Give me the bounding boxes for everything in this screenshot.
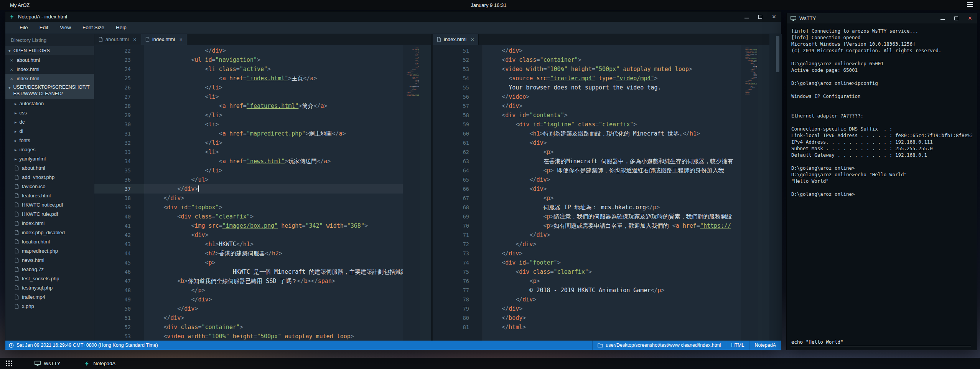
line-number: 29 [94,111,144,120]
folder-css[interactable]: css [5,108,94,117]
file-location.html[interactable]: location.html [5,237,94,246]
terminal-input[interactable] [791,338,971,346]
line-number: 52 [433,55,482,65]
open-editor-index.html[interactable]: index.html [5,65,94,74]
close-editor-icon[interactable] [10,66,16,72]
chevron-right-icon [15,119,20,125]
minimize-button[interactable] [936,13,949,23]
start-menu-button[interactable] [0,358,18,369]
code-area[interactable]: </div> <ul id="navigation"> <li class="a… [144,45,403,341]
menu-item-edit[interactable]: Edit [34,22,54,33]
line-number: 30 [94,120,144,129]
terminal-line [791,86,972,93]
menu-item-help[interactable]: Help [110,22,132,33]
file-HKWTC notice.pdf[interactable]: HKWTC notice.pdf [5,200,94,209]
folder-yamlyamlml[interactable]: yamlyamlml [5,154,94,163]
code-line: </div> [144,184,403,194]
menu-item-font-size[interactable]: Font Size [77,22,110,33]
notepada-titlebar[interactable]: NotepadA - index.html [5,12,781,22]
terminal-line [791,99,972,106]
maximize-button[interactable] [753,12,767,22]
file-add_vhost.php[interactable]: add_vhost.php [5,172,94,182]
code-area[interactable]: </div> <div class="container"> <video wi… [483,45,741,341]
code-editor-right[interactable]: 5152535455565758596061626364656667686970… [433,45,769,341]
folder-icon [598,343,603,347]
code-line: </div> [483,295,741,304]
code-line: <h2>香港的建築伺服器</h2> [144,249,403,258]
file-mapredirect.php[interactable]: mapredirect.php [5,246,94,255]
editor-scrollbar[interactable] [769,34,782,341]
open-editor-index.html[interactable]: index.html [5,74,94,83]
system-topbar: My ArOZ January 9 16:31 [0,0,980,10]
file-news.html[interactable]: news.html [5,255,94,265]
tab-close-icon[interactable] [133,36,137,42]
file-icon [15,212,19,217]
tab-index.html[interactable]: index.html [433,34,479,45]
code-line: <div id="contents"> [483,111,741,120]
open-editors-header[interactable]: OPEN EDITORS [5,46,94,55]
statusbar-filepath: user/Desktop/screenshot/test/www cleaned… [606,343,721,348]
file-features.html[interactable]: features.html [5,191,94,200]
tab-close-icon[interactable] [179,36,183,42]
tab-close-icon[interactable] [471,36,474,42]
code-line: <a href="index.html">主頁</a> [144,74,403,83]
close-button[interactable] [963,13,977,23]
folder-dl[interactable]: dl [5,126,94,136]
hamburger-menu-icon[interactable] [967,2,973,7]
code-line: </div> [483,230,741,240]
close-editor-icon[interactable] [10,76,16,81]
terminal-line: [info] Connection opened [791,34,972,41]
file-test_sockets.php[interactable]: test_sockets.php [5,274,94,283]
open-editor-about.html[interactable]: about.html [5,55,94,65]
line-number: 23 [94,55,144,65]
code-line: <a href="mapredirect.php">網上地圖</a> [144,129,403,138]
file-x.php[interactable]: x.php [5,301,94,311]
file-teabag.7z[interactable]: teabag.7z [5,265,94,274]
file-HKWTC rule.pdf[interactable]: HKWTC rule.pdf [5,209,94,218]
file-icon [437,37,441,42]
code-line: <p> 即使你不是建築師，你也能透過紅石師或鐵路工程師的身份加入我 [483,166,741,175]
line-number: 51 [433,46,482,55]
menu-item-view[interactable]: View [54,22,77,33]
file-about.html[interactable]: about.html [5,163,94,172]
file-favicon.ico[interactable]: favicon.ico [5,182,94,191]
minimap[interactable]: </div> <ul id="navigation"> <li class="a… [403,45,420,341]
file-trailer.mp4[interactable]: trailer.mp4 [5,292,94,301]
code-line: 在香港的Minecraft 伺服器中，多為小遊戲和純生存的伺服器，較少擁有 [483,157,741,166]
aroz-brand[interactable]: My ArOZ [10,2,30,8]
maximize-button[interactable] [949,13,963,23]
taskbar-item-wstty[interactable]: WsTTY [28,358,67,369]
code-line: <h1>HKWTC</h1> [144,240,403,249]
line-number: 63 [433,157,482,166]
code-editor-left[interactable]: 2223242526272829303132333435363738394041… [94,45,431,341]
line-number: 56 [433,92,482,101]
close-button[interactable] [767,12,781,22]
code-line: </div> [144,313,403,323]
line-number: 57 [433,101,482,111]
file-index.php_disabled[interactable]: index.php_disabled [5,228,94,237]
minimize-button[interactable] [740,12,753,22]
taskbar: WsTTY NotepadA [0,358,980,369]
line-number: 48 [94,286,144,295]
folder-dc[interactable]: dc [5,117,94,126]
minimap[interactable]: </div> <div class="container"> <video wi… [741,45,758,341]
wstty-titlebar[interactable]: WsTTY [787,13,977,23]
code-line: </li> [144,111,403,120]
line-number: 51 [94,313,144,323]
tab-about.html[interactable]: about.html [94,34,141,45]
folder-images[interactable]: images [5,145,94,154]
tab-index.html[interactable]: index.html [141,34,187,45]
file-index.html[interactable]: index.html [5,218,94,228]
code-line: </div> [483,175,741,184]
close-editor-icon[interactable] [10,57,16,63]
file-icon [15,230,19,235]
menu-item-file[interactable]: File [14,22,34,33]
tree-root-folder[interactable]: USER/DESKTOP/SCREENSHOT/TEST/WWW CLEANED… [5,83,94,99]
code-line: <li> [144,92,403,101]
folder-autostation[interactable]: autostation [5,99,94,108]
scrollbar-handle[interactable] [776,36,779,72]
file-testmysql.php[interactable]: testmysql.php [5,283,94,292]
line-number: 24 [94,65,144,74]
taskbar-item-notepada[interactable]: NotepadA [77,358,122,369]
folder-fonts[interactable]: fonts [5,136,94,145]
